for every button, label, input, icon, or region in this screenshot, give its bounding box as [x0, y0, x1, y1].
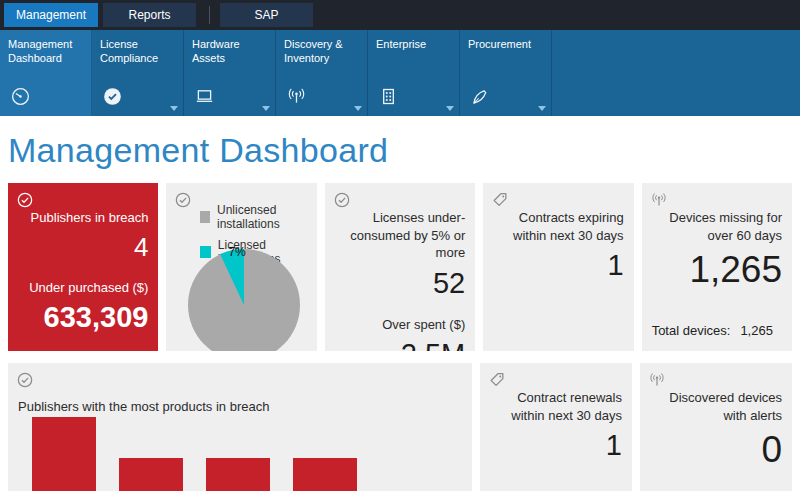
card-label: Under purchased ($) [18, 279, 148, 297]
bar [32, 417, 96, 491]
card-devices-missing[interactable]: Devices missing for over 60 days 1,265 T… [642, 183, 792, 351]
card-value: 4 [18, 232, 148, 263]
card-label: Over spent ($) [335, 316, 465, 334]
nav-item-label: Enterprise [376, 38, 426, 50]
card-label: Devices missing for over 60 days [652, 209, 782, 244]
card-value: 2.5M [335, 338, 465, 351]
check-circle-icon [174, 191, 192, 209]
building-icon [378, 86, 399, 107]
main-content: Management Dashboard Publishers in breac… [0, 131, 800, 491]
tab-sap[interactable]: SAP [220, 3, 313, 27]
card-installations-pie[interactable]: Unlicensed installations Licensed instal… [166, 183, 316, 351]
chevron-down-icon[interactable] [262, 106, 270, 111]
nav-item-label: Procurement [468, 38, 531, 50]
dashboard-row-2: Publishers with the most products in bre… [8, 363, 792, 491]
card-value: 52 [335, 267, 465, 300]
total-devices-line: Total devices:1,265 [652, 323, 773, 338]
bar [293, 458, 357, 491]
nav-item-label: Hardware Assets [192, 38, 240, 64]
topbar-separator [209, 6, 210, 24]
gauge-icon [10, 86, 31, 107]
card-value: 1 [490, 429, 622, 462]
tag-icon [488, 371, 506, 389]
nav-item-discovery-inventory[interactable]: Discovery & Inventory [276, 30, 368, 116]
nav-item-management-dashboard[interactable]: Management Dashboard [0, 30, 92, 116]
card-licenses-under-consumed[interactable]: Licenses under-consumed by 5% or more 52… [325, 183, 475, 351]
total-devices-value: 1,265 [740, 323, 773, 338]
tab-reports[interactable]: Reports [103, 3, 196, 27]
card-label: Discovered devices with alerts [650, 389, 782, 424]
antenna-icon [650, 191, 668, 209]
legend-item-unlicensed: Unlicensed installations [200, 203, 316, 231]
installations-pie-chart [186, 247, 302, 351]
card-label: Contracts expiring within next 30 days [493, 209, 623, 244]
legend-swatch [200, 211, 210, 223]
card-contract-renewals[interactable]: Contract renewals within next 30 days 1 [480, 363, 632, 491]
pen-icon [470, 86, 491, 107]
check-circle-icon [16, 371, 34, 389]
card-label: Contract renewals within next 30 days [490, 389, 622, 424]
tab-management[interactable]: Management [4, 3, 98, 27]
card-label: Licenses under-consumed by 5% or more [335, 209, 465, 262]
dashboard-row-1: Publishers in breach 4 Under purchased (… [8, 183, 792, 351]
check-circle-icon [16, 191, 34, 209]
card-label: Publishers in breach [18, 209, 148, 227]
nav-item-enterprise[interactable]: Enterprise [368, 30, 460, 116]
chevron-down-icon[interactable] [538, 106, 546, 111]
bar [119, 458, 183, 491]
nav-item-procurement[interactable]: Procurement [460, 30, 552, 116]
legend-label: Unlicensed installations [217, 203, 317, 231]
bar-chart-title: Publishers with the most products in bre… [18, 399, 269, 414]
main-navbar: Management Dashboard License Compliance … [0, 30, 800, 116]
nav-item-label: License Compliance [100, 38, 158, 64]
chevron-down-icon[interactable] [446, 106, 454, 111]
card-value: 633,309 [18, 301, 148, 334]
total-devices-label: Total devices: [652, 323, 731, 338]
badge-check-icon [102, 86, 123, 107]
breach-bar-chart [32, 417, 357, 491]
nav-item-license-compliance[interactable]: License Compliance [92, 30, 184, 116]
topbar: Management Reports SAP [0, 0, 800, 30]
card-value: 0 [650, 429, 782, 471]
chevron-down-icon[interactable] [354, 106, 362, 111]
chevron-down-icon[interactable] [170, 106, 178, 111]
antenna-icon [648, 371, 666, 389]
nav-item-label: Discovery & Inventory [284, 38, 343, 64]
card-publishers-most-breach[interactable]: Publishers with the most products in bre… [8, 363, 472, 491]
tag-icon [491, 191, 509, 209]
card-value: 1 [493, 249, 623, 282]
laptop-icon [194, 86, 215, 107]
pie-percent-label: 7% [228, 245, 245, 259]
page-title: Management Dashboard [8, 131, 792, 170]
nav-item-label: Management Dashboard [8, 38, 72, 64]
nav-item-hardware-assets[interactable]: Hardware Assets [184, 30, 276, 116]
card-value: 1,265 [652, 249, 782, 291]
card-publishers-in-breach[interactable]: Publishers in breach 4 Under purchased (… [8, 183, 158, 351]
card-contracts-expiring[interactable]: Contracts expiring within next 30 days 1 [483, 183, 633, 351]
card-discovered-alerts[interactable]: Discovered devices with alerts 0 [640, 363, 792, 491]
check-circle-icon [333, 191, 351, 209]
bar [206, 458, 270, 491]
antenna-icon [286, 86, 307, 107]
